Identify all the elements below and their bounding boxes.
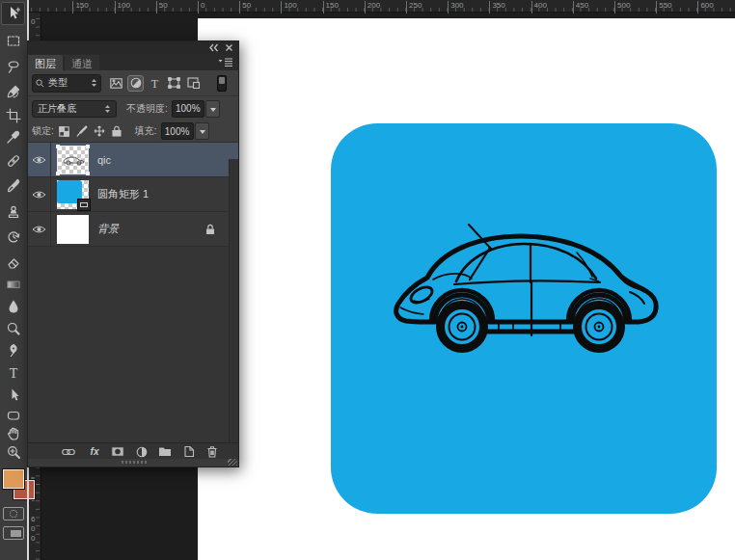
visibility-toggle[interactable] [28,177,51,211]
ruler-label: 350 [489,1,504,10]
new-layer-button[interactable] [180,444,198,459]
hand-icon [6,426,21,441]
quick-selection-tool-button[interactable] [1,80,25,103]
foreground-color-swatch[interactable] [2,468,25,490]
lasso-tool-button[interactable] [1,55,25,78]
ruler-label: 0 [31,17,35,27]
ruler-label: 300 [448,1,463,10]
eyedropper-icon [6,129,21,145]
pixel-layers-filter-button[interactable] [108,75,124,92]
ruler-label: 250 [406,1,422,10]
layer-row-qic[interactable]: qic [28,143,238,177]
type-tool-button[interactable]: T [1,361,25,385]
screen-mode-button[interactable] [3,526,24,540]
fill-dropdown-button[interactable] [195,122,209,140]
ruler-label: 600 [697,1,713,10]
panel-bottom-bar: fx [28,442,238,459]
layer-thumbnail[interactable] [57,180,89,209]
new-group-button[interactable] [156,444,174,459]
panel-menu-icon[interactable] [218,58,233,67]
panel-resize-grip[interactable] [28,459,238,467]
shape-layers-icon [168,77,180,89]
spinner-icon [104,104,111,114]
visibility-toggle[interactable] [28,212,51,246]
pen-tool-button[interactable] [1,339,25,362]
gradient-tool-button[interactable] [1,273,25,296]
zoom-tool-button[interactable] [1,440,25,464]
adjustment-layers-filter-button[interactable] [127,75,144,92]
layer-row-rounded-rectangle[interactable]: 圆角矩形 1 [28,177,238,212]
opacity-dropdown-button[interactable] [205,100,220,118]
blend-mode-select[interactable]: 正片叠底 [32,100,117,118]
new-layer-icon [183,445,195,458]
ruler-label: 400 [531,1,547,10]
toggle-knob [219,77,225,84]
link-icon [62,448,75,456]
lock-all-button[interactable] [110,124,123,138]
fill-label: 填充: [135,124,157,138]
blend-mode-value: 正片叠底 [38,102,104,116]
clone-stamp-tool-button[interactable] [1,200,25,224]
spinner-icon [91,78,97,88]
layer-row-background[interactable]: 背景 [28,212,238,247]
new-adjustment-layer-button[interactable] [133,444,150,459]
lock-image-pixels-button[interactable] [75,124,89,138]
layer-styles-button[interactable]: fx [86,444,103,459]
crop-tool-button[interactable] [1,104,25,127]
pen-icon [6,343,21,359]
filter-type-label: 类型 [48,76,87,90]
healing-brush-tool-button[interactable] [1,149,25,173]
layer-name: 背景 [97,222,119,236]
trash-icon [206,445,218,458]
fill-value[interactable]: 100% [161,122,194,140]
panel-scrollbar[interactable] [229,159,238,459]
visibility-toggle[interactable] [28,143,51,176]
opacity-value[interactable]: 100% [172,100,204,118]
lock-label: 锁定: [32,124,54,138]
collapse-panel-icon[interactable] [208,43,219,52]
quick-mask-icon [10,510,17,518]
shape-layers-filter-button[interactable] [166,75,182,92]
layer-thumbnail[interactable] [57,146,89,174]
search-icon [36,79,44,88]
horizontal-ruler[interactable]: 1501005005010015020025030035040045050055… [29,0,735,13]
spot-healing-brush-icon [6,153,21,169]
eyedropper-tool-button[interactable] [1,125,25,148]
tab-channels[interactable]: 通道 [65,55,99,70]
car-sketch-thumbnail-icon [58,147,88,173]
document-canvas[interactable] [198,18,735,560]
lock-brush-icon [76,125,88,137]
quick-selection-icon [6,84,21,99]
eraser-tool-button[interactable] [1,251,25,274]
lock-transparent-pixels-button[interactable] [58,124,71,138]
filter-type-select[interactable]: 类型 [32,74,101,93]
adjustment-layer-icon [136,446,148,458]
type-layers-icon: T [150,77,160,89]
lock-position-button[interactable] [93,124,106,138]
svg-text:T: T [151,77,159,89]
ruler-label: 200 [365,1,380,10]
ruler-label: 150 [72,1,88,10]
close-panel-icon[interactable] [225,43,233,52]
type-layers-filter-button[interactable]: T [147,75,163,92]
brush-tool-button[interactable] [1,174,25,198]
marquee-tool-button[interactable] [1,29,25,52]
zoom-icon [6,444,21,460]
move-tool-button[interactable] [1,2,25,25]
blur-tool-button[interactable] [1,295,25,318]
layer-name: qic [97,154,111,166]
tab-layers[interactable]: 图层 [28,55,63,70]
shape-layer-badge-icon [77,199,91,211]
layer-thumbnail[interactable] [57,215,89,244]
dodge-tool-button[interactable] [1,317,25,340]
eye-icon [32,190,46,200]
link-layers-button[interactable] [60,444,77,459]
delete-layer-button[interactable] [204,444,221,459]
history-brush-tool-button[interactable] [1,226,25,249]
gradient-icon [6,277,21,292]
filter-toggle-switch[interactable] [217,75,227,92]
move-icon [6,6,21,21]
quick-mask-button[interactable] [3,507,24,520]
add-layer-mask-button[interactable] [109,444,126,459]
smart-objects-filter-button[interactable] [185,75,202,92]
